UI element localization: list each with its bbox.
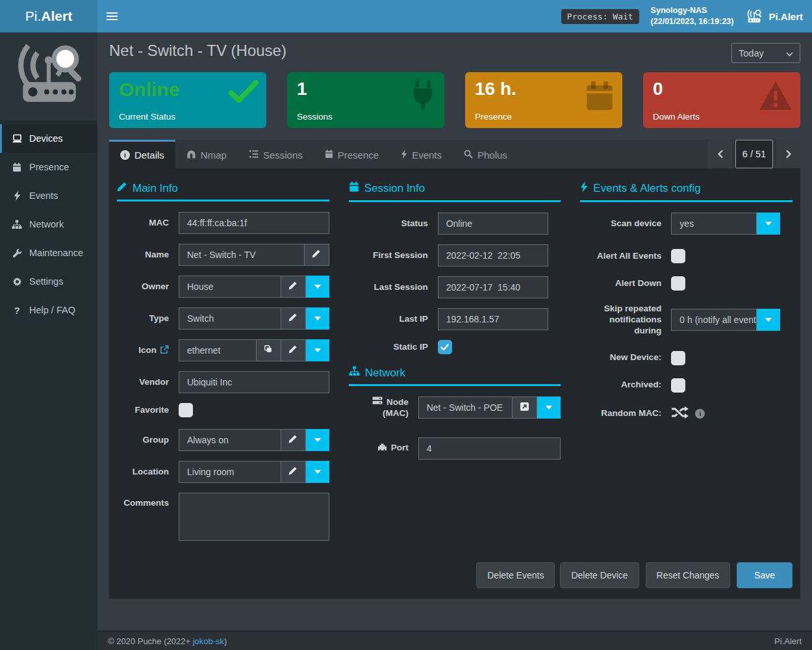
delete-device-button[interactable]: Delete Device [560,562,639,588]
port-input[interactable] [418,437,561,460]
first-session-input[interactable] [438,244,548,266]
alert-all-events-checkbox[interactable] [671,249,685,263]
topbar-brand[interactable]: Pi.Alert [745,8,803,24]
save-button[interactable]: Save [737,562,793,588]
new-device-checkbox[interactable] [671,351,685,365]
prev-device-button[interactable] [708,140,732,168]
field-row-new-device: New Device: [580,351,793,365]
next-device-button[interactable] [776,140,800,168]
field-row-comments: Comments [117,493,329,541]
content-area: Net - Switch - TV (House) Today Online C… [97,32,812,630]
node-dropdown-button[interactable] [537,396,561,419]
name-input[interactable] [179,244,305,266]
scan-device-value[interactable]: yes [671,213,757,235]
last-ip-input[interactable] [438,308,548,330]
alert-down-checkbox[interactable] [671,276,685,291]
type-input[interactable] [179,307,281,330]
edit-location-button[interactable] [281,461,306,483]
main-info-section: Main Info MAC Name Owner [117,181,329,551]
skip-notifications-value[interactable]: 0 h (notify all events) [671,309,757,331]
icon-dropdown-button[interactable] [306,339,329,361]
external-link-icon[interactable] [160,345,169,354]
tab-nmap[interactable]: Nmap [175,140,238,168]
wrench-icon [11,248,23,258]
location-input[interactable] [179,461,281,483]
vendor-input[interactable] [179,371,329,393]
info-icon[interactable]: i [695,409,705,419]
server-icon [372,396,383,408]
copy-icon-button[interactable] [257,339,281,361]
field-row-group: Group [117,429,329,451]
caret-down-icon [314,317,321,320]
sidebar-item-settings[interactable]: Settings [0,267,97,296]
archived-checkbox[interactable] [671,378,685,393]
sidebar-item-devices[interactable]: Devices [0,124,97,153]
shuffle-icon [671,406,689,422]
comments-textarea[interactable] [179,493,329,541]
sidebar-menu: Devices Presence Events Network Maintena… [0,124,97,324]
owner-dropdown-button[interactable] [306,276,329,298]
favorite-checkbox[interactable] [179,403,193,417]
app-logo[interactable]: Pi.Alert [0,0,97,32]
group-input[interactable] [179,429,281,451]
last-session-input[interactable] [438,276,548,298]
open-node-button[interactable] [513,396,537,419]
pencil-icon [312,249,321,261]
vendor-label: Vendor [117,377,169,388]
period-select[interactable]: Today [731,43,800,63]
tab-label: Events [412,150,442,161]
tab-presence[interactable]: Presence [314,140,390,168]
skip-notifications-dropdown-button[interactable] [757,309,780,331]
field-row-favorite: Favorite [117,403,329,417]
footer-author-link[interactable]: jokob-sk [193,636,224,646]
calendar-icon [585,80,615,115]
card-current-status[interactable]: Online Current Status [109,72,266,128]
tab-events[interactable]: Events [390,140,453,168]
owner-input[interactable] [179,276,281,298]
sitemap-icon [11,220,23,229]
location-label: Location [117,467,169,478]
edit-icon-button[interactable] [281,339,306,361]
scan-device-dropdown-button[interactable] [757,213,780,235]
static-ip-checkbox[interactable] [438,340,452,354]
bolt-icon [401,150,407,161]
card-presence[interactable]: 16 h. Presence [465,72,622,128]
mac-input[interactable] [179,212,329,234]
sidebar-item-label: Help / FAQ [29,305,75,315]
reset-changes-button[interactable]: Reset Changes [646,562,731,588]
card-sessions[interactable]: 1 Sessions [287,72,444,128]
arch-icon [186,150,196,161]
sidebar-item-network[interactable]: Network [0,210,97,239]
edit-group-button[interactable] [281,429,306,451]
hamburger-menu-icon[interactable] [107,0,133,32]
footer-copyright: © 2020 Puche (2022+ jokob-sk) [108,636,227,646]
group-dropdown-button[interactable] [306,429,329,451]
delete-events-button[interactable]: Delete Events [476,562,555,588]
type-dropdown-button[interactable] [306,307,329,330]
edit-name-button[interactable] [305,244,329,266]
events-alerts-header: Events & Alerts config [580,181,793,202]
location-dropdown-button[interactable] [306,461,329,483]
node-value[interactable]: Net - Switch - POE [418,396,513,419]
sidebar-item-events[interactable]: Events [0,181,97,210]
tab-sessions[interactable]: Sessions [238,140,314,168]
card-down-alerts[interactable]: 0 Down Alerts [643,72,800,128]
edit-owner-button[interactable] [281,276,306,298]
edit-type-button[interactable] [281,307,306,330]
field-row-random-mac: Random MAC: i [580,406,793,422]
ethernet-icon [377,443,387,454]
field-row-static-ip: Static IP [349,340,561,354]
icon-input[interactable] [179,339,257,361]
tab-pholus[interactable]: Pholus [453,140,518,168]
pencil-icon [288,466,298,478]
square-arrow-icon [520,402,529,414]
sidebar-item-presence[interactable]: Presence [0,153,97,181]
list-ol-icon [249,150,259,161]
sidebar-item-help[interactable]: ? Help / FAQ [0,296,97,324]
tab-details[interactable]: i Details [109,140,175,168]
sidebar-item-maintenance[interactable]: Maintenance [0,239,97,267]
section-title: Main Info [133,182,178,195]
pager-position: 6 / 51 [735,140,773,168]
sidebar-item-label: Network [29,219,64,229]
status-input[interactable] [438,213,548,235]
